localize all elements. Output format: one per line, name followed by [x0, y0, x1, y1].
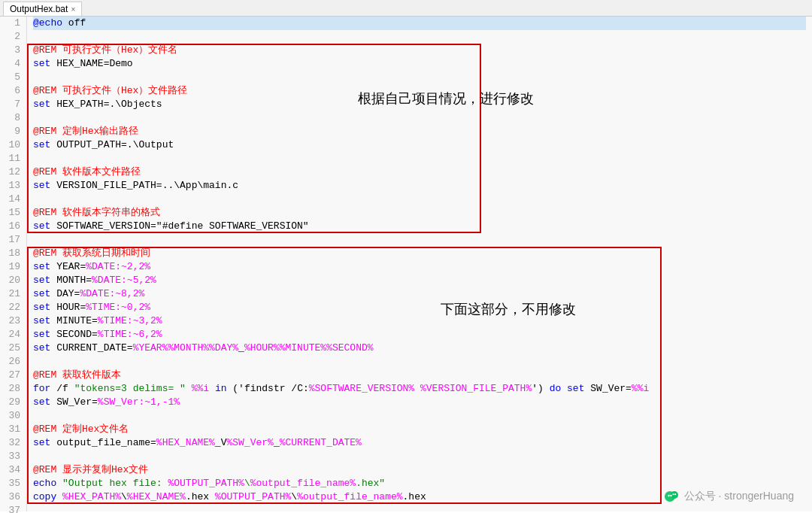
line-number: 26 — [6, 355, 20, 369]
code-line: set OUTPUT_PATH=.\Output — [33, 138, 806, 152]
tab-close-icon[interactable]: × — [71, 5, 75, 14]
code-line: @REM 可执行文件（Hex）文件路径 — [33, 84, 806, 98]
line-number: 7 — [6, 98, 20, 111]
line-number: 6 — [6, 84, 20, 98]
code-line: set MONTH=%DATE:~5,2% — [33, 274, 806, 287]
line-number: 18 — [6, 247, 20, 260]
code-line — [33, 193, 806, 206]
line-number: 33 — [6, 450, 20, 463]
code-line: set CURRENT_DATE=%YEAR%%MONTH%%DAY%_%HOU… — [33, 341, 806, 355]
code-line: @REM 获取系统日期和时间 — [33, 247, 806, 260]
svg-point-1 — [671, 491, 678, 499]
code-line: for /f "tokens=3 delims= " %%i in ('find… — [33, 382, 806, 396]
line-number: 29 — [6, 396, 20, 409]
line-number: 32 — [6, 436, 20, 450]
code-line: set MINUTE=%TIME:~3,2% — [33, 314, 806, 328]
code-line: set VERSION_FILE_PATH=..\App\main.c — [33, 179, 806, 193]
line-number: 5 — [6, 71, 20, 84]
line-number: 2 — [6, 30, 20, 44]
line-number: 27 — [6, 369, 20, 382]
code-line: set SECOND=%TIME:~6,2% — [33, 328, 806, 341]
watermark-text: 公众号 · strongerHuang — [684, 490, 794, 503]
code-line: @REM 软件版本字符串的格式 — [33, 206, 806, 220]
code-line: @REM 定制Hex输出路径 — [33, 125, 806, 138]
code-line: @REM 显示并复制Hex文件 — [33, 463, 806, 477]
line-number: 34 — [6, 463, 20, 477]
line-number: 37 — [6, 504, 20, 513]
code-line — [33, 152, 806, 165]
line-number: 24 — [6, 328, 20, 341]
svg-point-2 — [668, 495, 669, 496]
code-line: set SW_Ver=%SW_Ver:~1,-1% — [33, 396, 806, 409]
svg-point-4 — [672, 493, 674, 495]
line-number: 35 — [6, 477, 20, 490]
code-line: set HOUR=%TIME:~0,2% — [33, 301, 806, 314]
code-line: set HEX_NAME=Demo — [33, 57, 806, 71]
tab-title: OutputHex.bat — [10, 4, 68, 14]
code-line — [33, 355, 806, 369]
code-line: @REM 软件版本文件路径 — [33, 165, 806, 179]
line-number: 3 — [6, 44, 20, 57]
line-numbers: 1234567891011121314151617181920212223242… — [0, 17, 27, 511]
line-number: 20 — [6, 274, 20, 287]
code-line: set output_file_name=%HEX_NAME%_V%SW_Ver… — [33, 436, 806, 450]
code-line — [33, 111, 806, 125]
line-number: 23 — [6, 314, 20, 328]
line-number: 31 — [6, 423, 20, 436]
line-number: 28 — [6, 382, 20, 396]
code-area[interactable]: 根据自己项目情况，进行修改 下面这部分，不用修改 @echo off @REM … — [27, 17, 812, 511]
svg-point-3 — [670, 495, 671, 496]
watermark: 公众号 · strongerHuang — [665, 489, 794, 504]
code-line: set SOFTWARE_VERSION="#define SOFTWARE_V… — [33, 220, 806, 233]
file-tab[interactable]: OutputHex.bat × — [3, 2, 82, 16]
code-line: set DAY=%DATE:~8,2% — [33, 287, 806, 301]
wechat-icon — [665, 489, 680, 504]
code-line: @REM 获取软件版本 — [33, 369, 806, 382]
line-number: 15 — [6, 206, 20, 220]
code-line — [33, 71, 806, 84]
line-number: 30 — [6, 409, 20, 423]
line-number: 25 — [6, 341, 20, 355]
code-line — [33, 233, 806, 247]
line-number: 17 — [6, 233, 20, 247]
line-number: 9 — [6, 125, 20, 138]
code-line — [33, 504, 806, 511]
line-number: 1 — [6, 17, 20, 30]
line-number: 36 — [6, 490, 20, 504]
line-number: 22 — [6, 301, 20, 314]
code-line — [33, 409, 806, 423]
svg-point-5 — [674, 493, 676, 495]
line-number: 13 — [6, 179, 20, 193]
editor-area: 1234567891011121314151617181920212223242… — [0, 17, 812, 511]
line-number: 4 — [6, 57, 20, 71]
line-number: 12 — [6, 165, 20, 179]
code-line: @REM 定制Hex文件名 — [33, 423, 806, 436]
code-line — [33, 450, 806, 463]
line-number: 8 — [6, 111, 20, 125]
line-number: 11 — [6, 152, 20, 165]
code-line: @echo off — [33, 17, 806, 30]
code-line: set HEX_PATH=.\Objects — [33, 98, 806, 111]
line-number: 19 — [6, 260, 20, 274]
tab-bar: OutputHex.bat × — [0, 0, 812, 17]
code-line — [33, 30, 806, 44]
code-line: set YEAR=%DATE:~2,2% — [33, 260, 806, 274]
line-number: 21 — [6, 287, 20, 301]
line-number: 10 — [6, 138, 20, 152]
code-line: @REM 可执行文件（Hex）文件名 — [33, 44, 806, 57]
line-number: 16 — [6, 220, 20, 233]
line-number: 14 — [6, 193, 20, 206]
